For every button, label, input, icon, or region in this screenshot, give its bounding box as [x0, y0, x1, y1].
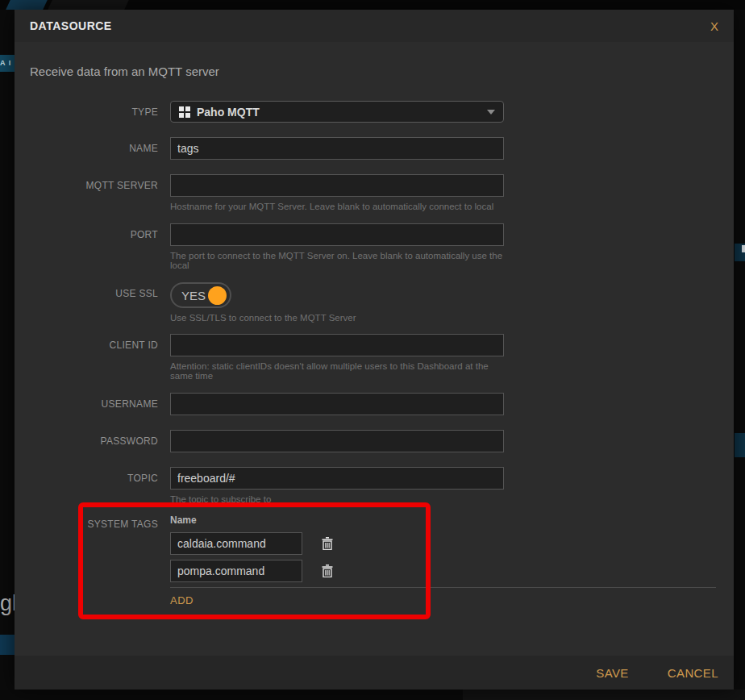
table-row — [170, 560, 716, 582]
client-id-input[interactable] — [170, 334, 504, 356]
delete-tag-button[interactable] — [322, 537, 333, 550]
table-row — [170, 532, 716, 555]
trash-icon — [322, 537, 333, 550]
field-row-topic: TOPIC The topic to subscribe to — [30, 467, 718, 504]
username-input[interactable] — [170, 393, 504, 415]
underlying-panel-bar-left — [0, 635, 15, 655]
username-label: USERNAME — [30, 393, 158, 415]
use-ssl-label: USE SSL — [30, 282, 158, 323]
trash-icon — [322, 565, 333, 577]
tag-name-input[interactable] — [170, 560, 302, 582]
datasource-modal: DATASOURCE X Receive data from an MQTT s… — [15, 10, 734, 690]
type-select[interactable]: Paho MQTT — [170, 101, 504, 123]
modal-body: Receive data from an MQTT server TYPE Pa… — [15, 42, 734, 656]
type-select-value: Paho MQTT — [197, 106, 487, 119]
mqtt-server-help: Hostname for your MQTT Server. Leave bla… — [170, 202, 504, 211]
underlying-panel-bar-right-2 — [735, 433, 745, 457]
system-tags-label: SYSTEM TAGS — [30, 515, 158, 607]
use-ssl-toggle[interactable]: YES — [170, 282, 231, 308]
topic-label: TOPIC — [30, 467, 158, 504]
port-help: The port to connect to the MQTT Server o… — [170, 251, 504, 270]
cancel-button[interactable]: CANCEL — [668, 666, 718, 680]
delete-tag-button[interactable] — [322, 565, 333, 577]
field-row-type: TYPE Paho MQTT — [30, 101, 718, 123]
toggle-knob — [208, 286, 227, 305]
grid-icon — [179, 106, 190, 118]
field-row-password: PASSWORD — [30, 430, 718, 452]
use-ssl-toggle-state: YES — [181, 289, 206, 302]
client-id-label: CLIENT ID — [30, 334, 158, 381]
save-button[interactable]: SAVE — [596, 666, 629, 680]
tag-name-input[interactable] — [170, 532, 302, 555]
field-row-client-id: CLIENT ID Attention: static clientIDs do… — [30, 334, 718, 381]
name-input[interactable] — [170, 137, 504, 160]
topic-help: The topic to subscribe to — [170, 494, 504, 504]
password-input[interactable] — [170, 430, 504, 452]
modal-footer: SAVE CANCEL — [15, 656, 734, 690]
mqtt-server-label: MQTT SERVER — [30, 174, 158, 211]
port-label: PORT — [30, 223, 158, 270]
table-divider — [170, 587, 716, 588]
modal-subtitle: Receive data from an MQTT server — [30, 65, 718, 78]
underlying-bottom-band — [0, 690, 745, 700]
add-tag-button[interactable]: ADD — [170, 594, 194, 606]
field-row-port: PORT The port to connect to the MQTT Ser… — [30, 223, 718, 270]
field-row-name: NAME — [30, 137, 718, 160]
field-row-system-tags: SYSTEM TAGS Name — [30, 515, 718, 607]
system-tags-column-header: Name — [170, 515, 716, 526]
caret-down-icon — [487, 110, 495, 115]
field-row-mqtt-server: MQTT SERVER Hostname for your MQTT Serve… — [30, 174, 718, 211]
name-label: NAME — [30, 137, 158, 160]
underlying-map-attribution-text: gl — [0, 590, 15, 617]
field-row-username: USERNAME — [30, 393, 718, 415]
underlying-bottom-band-light — [463, 690, 745, 700]
logo-wedge-secondary — [48, 0, 129, 10]
field-row-use-ssl: USE SSL YES Use SSL/TLS to connect to th… — [30, 282, 718, 323]
topic-input[interactable] — [170, 467, 504, 490]
logo-wedge — [6, 0, 48, 10]
type-label: TYPE — [30, 101, 158, 123]
modal-title: DATASOURCE — [30, 19, 112, 32]
password-label: PASSWORD — [30, 430, 158, 452]
modal-header: DATASOURCE X — [15, 10, 734, 42]
port-input[interactable] — [170, 223, 504, 246]
client-id-help: Attention: static clientIDs doesn't allo… — [170, 361, 504, 381]
underlying-widget-chip — [742, 245, 745, 252]
underlying-panel-tab-left: A I — [0, 55, 15, 72]
underlying-top-bar — [0, 0, 745, 10]
close-icon[interactable]: X — [710, 19, 718, 33]
mqtt-server-input[interactable] — [170, 174, 504, 197]
use-ssl-help: Use SSL/TLS to connect to the MQTT Serve… — [170, 313, 504, 323]
